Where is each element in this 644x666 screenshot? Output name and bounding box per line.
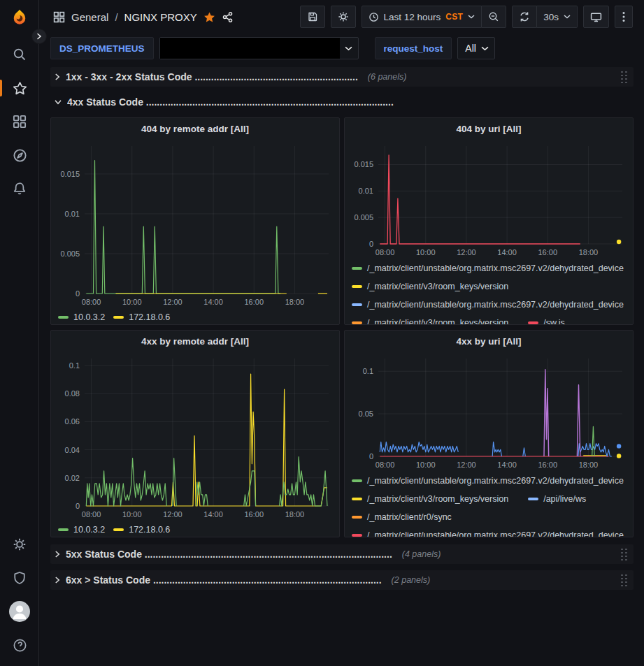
- row-drag-handle[interactable]: [620, 549, 628, 560]
- svg-text:0.06: 0.06: [65, 417, 80, 426]
- sidebar-expand-button[interactable]: [31, 29, 47, 44]
- help-icon: [13, 638, 27, 653]
- favorite-star-icon[interactable]: [203, 11, 215, 23]
- legend-swatch: [352, 498, 362, 500]
- chevron-down-icon: [564, 15, 571, 19]
- panel-header[interactable]: 4xx by remote addr [All]: [51, 331, 339, 352]
- time-series-plot[interactable]: 08:0010:0012:0014:0016:0018:0000.050.1: [345, 352, 633, 472]
- legend-item[interactable]: /_matrix/client/v3/room_keys/version: [352, 277, 508, 296]
- svg-text:0.005: 0.005: [354, 213, 373, 222]
- zoom-out-time-button[interactable]: [482, 6, 506, 28]
- sidebar-item-help[interactable]: [0, 628, 39, 662]
- save-dashboard-button[interactable]: [300, 6, 325, 28]
- time-series-plot[interactable]: 08:0010:0012:0014:0016:0018:0000.0050.01…: [345, 139, 633, 259]
- legend-item[interactable]: /_matrix/client/unstable/org.matrix.msc2…: [352, 259, 624, 277]
- svg-text:0: 0: [76, 289, 80, 298]
- legend-item[interactable]: /_matrix/client/v3/room_keys/version: [352, 490, 508, 508]
- sidebar-item-dashboards[interactable]: [0, 105, 39, 138]
- refresh-interval-picker[interactable]: 30s: [537, 6, 578, 28]
- panel-4xx-by-uri: 4xx by uri [All] 08:0010:0012:0014:0016:…: [344, 330, 634, 537]
- datasource-value-redacted: [160, 38, 340, 59]
- legend-swatch: [352, 516, 362, 519]
- more-options-button[interactable]: [615, 6, 633, 28]
- panel-404-by-remote-addr: 404 by remote addr [All] 08:0010:0012:00…: [50, 117, 340, 325]
- row-title: 6xx > Status Code ......................…: [66, 574, 382, 586]
- legend-item[interactable]: /_matrix/client/v3/room_keys/version: [352, 314, 508, 324]
- chevron-right-icon: [55, 73, 60, 80]
- row-title: 4xx Status Code ........................…: [67, 96, 394, 108]
- svg-text:10:00: 10:00: [122, 298, 142, 306]
- search-button[interactable]: [0, 38, 39, 71]
- time-series-plot[interactable]: 08:0010:0012:0014:0016:0018:0000.0050.01…: [51, 139, 339, 309]
- sidebar-item-profile[interactable]: [0, 595, 39, 628]
- chevron-down-icon: [481, 46, 489, 51]
- svg-text:0.01: 0.01: [359, 187, 373, 195]
- svg-text:16:00: 16:00: [244, 510, 264, 519]
- row-6xx[interactable]: 6xx > Status Code ......................…: [50, 570, 634, 590]
- request-host-variable-dropdown[interactable]: All: [457, 37, 495, 59]
- datasource-variable-dropdown[interactable]: [159, 37, 359, 59]
- sidebar-item-starred[interactable]: [0, 71, 39, 105]
- dashboards-grid-icon: [13, 115, 27, 129]
- row-5xx[interactable]: 5xx Status Code ........................…: [50, 544, 634, 564]
- cycle-view-mode-button[interactable]: [583, 6, 609, 28]
- legend-item[interactable]: /_matrix/client/unstable/org.matrix.msc2…: [352, 526, 624, 537]
- legend-item[interactable]: /sw.js: [528, 314, 565, 324]
- search-icon: [13, 48, 27, 61]
- row-4xx[interactable]: 4xx Status Code ........................…: [50, 92, 634, 112]
- sidebar-item-configuration[interactable]: [0, 528, 39, 561]
- legend-swatch: [352, 479, 362, 482]
- request-host-variable-label[interactable]: request_host: [375, 37, 452, 59]
- svg-text:08:00: 08:00: [375, 248, 395, 256]
- legend-label: /_matrix/client/unstable/org.matrix.msc2…: [367, 259, 624, 277]
- svg-text:16:00: 16:00: [538, 248, 557, 256]
- legend-item[interactable]: 172.18.0.6: [113, 521, 170, 537]
- breadcrumb: General / NGINX PROXY: [53, 11, 234, 23]
- sidebar-item-server-admin[interactable]: [0, 561, 39, 595]
- breadcrumb-section[interactable]: General: [71, 11, 108, 23]
- panel-header[interactable]: 404 by remote addr [All]: [51, 118, 339, 139]
- legend-item[interactable]: 10.0.3.2: [58, 521, 105, 537]
- legend-label: 172.18.0.6: [129, 309, 170, 324]
- datasource-variable-label[interactable]: DS_PROMETHEUS: [50, 37, 154, 59]
- sidebar-item-alerting[interactable]: [0, 172, 39, 205]
- legend-label: /sw.js: [543, 314, 565, 324]
- legend-item[interactable]: 172.18.0.6: [113, 309, 170, 324]
- legend-item[interactable]: /_matrix/client/unstable/org.matrix.msc2…: [352, 296, 624, 314]
- svg-text:12:00: 12:00: [457, 461, 476, 469]
- svg-text:12:00: 12:00: [163, 298, 183, 306]
- row-title: 1xx - 3xx - 2xx Status Code ............…: [66, 71, 358, 82]
- legend-label: /_matrix/client/unstable/org.matrix.msc2…: [367, 296, 624, 314]
- svg-text:0: 0: [76, 502, 80, 510]
- row-1xx-3xx-2xx[interactable]: 1xx - 3xx - 2xx Status Code ............…: [50, 67, 634, 87]
- legend-swatch: [352, 285, 362, 288]
- panel-header[interactable]: 404 by uri [All]: [345, 118, 633, 139]
- legend-item[interactable]: /_matrix/client/unstable/org.matrix.msc2…: [352, 472, 624, 490]
- legend-item[interactable]: /api/live/ws: [528, 490, 586, 508]
- panel-header[interactable]: 4xx by uri [All]: [345, 331, 633, 352]
- sidebar-item-explore[interactable]: [0, 138, 39, 172]
- panel-4xx-by-remote-addr: 4xx by remote addr [All] 08:0010:0012:00…: [50, 330, 340, 537]
- refresh-button[interactable]: [512, 6, 537, 28]
- dashboard-settings-button[interactable]: [331, 6, 356, 28]
- legend-item[interactable]: 10.0.3.2: [58, 309, 105, 324]
- row-drag-handle[interactable]: [620, 574, 628, 586]
- monitor-icon: [590, 11, 602, 23]
- share-icon[interactable]: [222, 11, 234, 23]
- dashboard-title[interactable]: NGINX PROXY: [124, 11, 197, 23]
- legend-label: /api/live/ws: [543, 490, 586, 508]
- legend-item[interactable]: /_matrix/client/r0/sync: [352, 508, 452, 526]
- row-drag-handle[interactable]: [620, 71, 628, 83]
- dashboards-grid-icon: [53, 11, 65, 23]
- clock-icon: [368, 12, 379, 22]
- svg-text:14:00: 14:00: [497, 461, 517, 469]
- chevron-right-icon: [55, 577, 60, 584]
- time-series-plot[interactable]: 08:0010:0012:0014:0016:0018:0000.020.040…: [51, 352, 339, 521]
- svg-text:08:00: 08:00: [82, 510, 101, 519]
- dashboard-variables-bar: DS_PROMETHEUS request_host All: [39, 34, 644, 63]
- grafana-logo[interactable]: [0, 0, 38, 35]
- panel-legend: /_matrix/client/unstable/org.matrix.msc2…: [345, 472, 633, 537]
- panel-title: 4xx by uri [All]: [456, 336, 521, 347]
- time-range-picker[interactable]: Last 12 hours CST: [362, 6, 482, 28]
- svg-text:10:00: 10:00: [416, 461, 436, 469]
